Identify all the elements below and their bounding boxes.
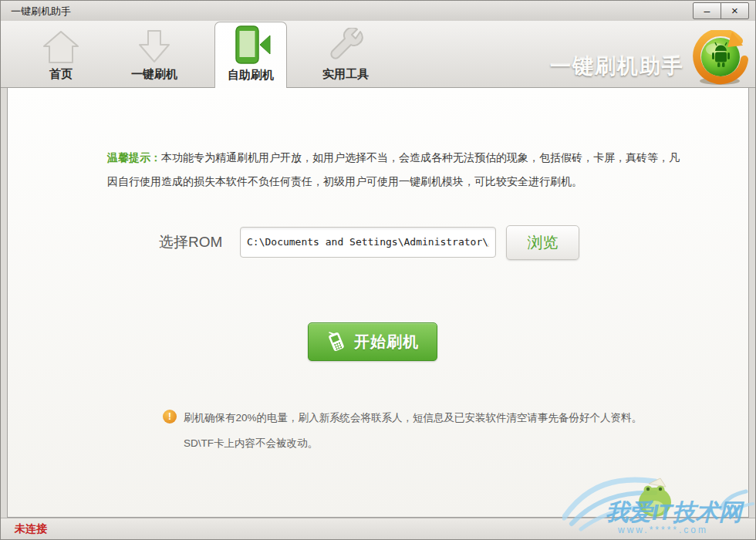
flash-phone-icon	[326, 332, 347, 352]
start-flash-button[interactable]: 开始刷机	[308, 322, 437, 361]
tab-home[interactable]: 首页	[22, 25, 100, 87]
status-bar: 未连接	[1, 518, 755, 539]
browse-button[interactable]: 浏览	[506, 225, 579, 260]
brand-logo-text: 一键刷机助手	[550, 52, 684, 80]
tab-label: 一键刷机	[131, 65, 177, 87]
wrench-icon	[327, 23, 364, 65]
download-icon	[136, 23, 173, 65]
tip-battery: 刷机确保有20%的电量，刷入新系统会将联系人，短信息及已安装软件清空请事先备份好…	[184, 411, 642, 425]
phone-flash-icon	[230, 24, 272, 66]
rom-path-input[interactable]	[240, 227, 496, 258]
android-refresh-icon	[687, 30, 751, 89]
window-controls: – ×	[694, 2, 749, 19]
minimize-button[interactable]: –	[693, 2, 721, 19]
tab-utilities[interactable]: 实用工具	[307, 25, 384, 87]
tab-label: 实用工具	[322, 65, 369, 87]
home-icon	[42, 23, 80, 65]
title-bar: 一键刷机助手 – ×	[1, 1, 755, 21]
connection-status: 未连接	[15, 522, 47, 536]
brand-logo: 一键刷机助手	[550, 30, 751, 89]
notice-body: 本功能专为精通刷机用户开放，如用户选择不当，会造成各种无法预估的现象，包括假砖，…	[107, 151, 680, 187]
tab-self-flash[interactable]: 自助刷机	[214, 22, 287, 88]
notice-label: 温馨提示：	[107, 151, 161, 164]
tab-label: 自助刷机	[228, 66, 274, 88]
tab-bar: 首页 一键刷机 自助刷机	[1, 21, 755, 88]
window-title: 一键刷机助手	[11, 5, 71, 19]
content-panel: 温馨提示：本功能专为精通刷机用户开放，如用户选择不当，会造成各种无法预估的现象，…	[7, 88, 749, 518]
app-window: 一键刷机助手 – × 首页 一键刷机	[0, 0, 756, 540]
tab-oneclick-flash[interactable]: 一键刷机	[116, 25, 193, 87]
tab-label: 首页	[49, 65, 73, 87]
warning-icon: !	[163, 410, 177, 424]
rom-label: 选择ROM	[159, 232, 222, 252]
start-flash-label: 开始刷机	[354, 332, 419, 353]
notice-text: 温馨提示：本功能专为精通刷机用户开放，如用户选择不当，会造成各种无法预估的现象，…	[107, 146, 686, 194]
tip-sdcard: SD\TF卡上内容不会被改动。	[184, 437, 318, 451]
close-button[interactable]: ×	[721, 2, 749, 19]
